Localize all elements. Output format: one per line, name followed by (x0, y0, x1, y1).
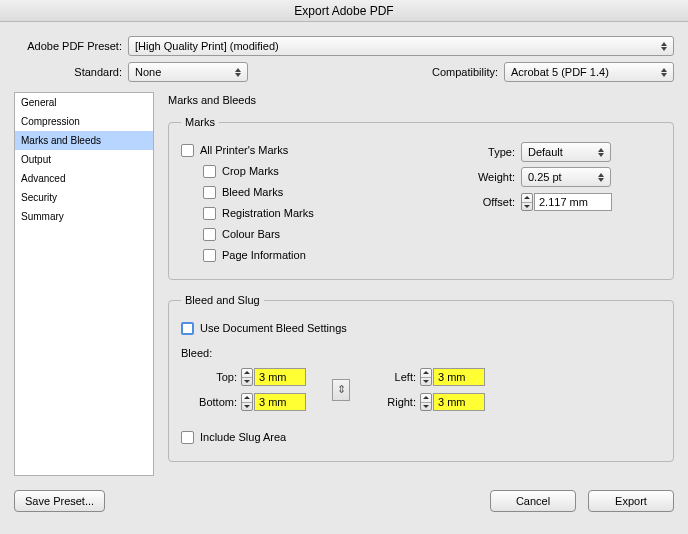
bleed-top-input[interactable]: 3 mm (254, 368, 306, 386)
type-value: Default (528, 146, 563, 158)
sidebar-item-label: Output (21, 154, 51, 165)
stepper-up-icon (423, 371, 429, 374)
crop-marks-checkbox[interactable] (203, 165, 216, 178)
bleed-top-stepper[interactable] (241, 368, 253, 386)
bleed-left-value: 3 mm (438, 371, 466, 383)
sidebar-item-label: Marks and Bleeds (21, 135, 101, 146)
bleed-bottom-label: Bottom: (181, 396, 237, 408)
main-panel: Marks and Bleeds Marks All Printer's Mar… (168, 92, 674, 476)
use-document-bleed-checkbox[interactable] (181, 322, 194, 335)
bleed-bottom-stepper[interactable] (241, 393, 253, 411)
sidebar-item-summary[interactable]: Summary (15, 207, 153, 226)
stepper-up-icon (423, 396, 429, 399)
dropdown-arrows-icon (233, 63, 243, 81)
window-title: Export Adobe PDF (294, 4, 393, 18)
crop-marks-label: Crop Marks (222, 165, 279, 177)
weight-select[interactable]: 0.25 pt (521, 167, 611, 187)
cancel-button[interactable]: Cancel (490, 490, 576, 512)
category-sidebar: General Compression Marks and Bleeds Out… (14, 92, 154, 476)
sidebar-item-advanced[interactable]: Advanced (15, 169, 153, 188)
stepper-up-icon (244, 371, 250, 374)
bleed-top-value: 3 mm (259, 371, 287, 383)
bleed-left-label: Left: (376, 371, 416, 383)
marks-group: Marks All Printer's Marks Crop Marks (168, 116, 674, 280)
include-slug-label: Include Slug Area (200, 431, 286, 443)
all-printers-marks-checkbox[interactable] (181, 144, 194, 157)
stepper-down-icon (423, 405, 429, 408)
colour-bars-label: Colour Bars (222, 228, 280, 240)
use-document-bleed-label: Use Document Bleed Settings (200, 322, 347, 334)
sidebar-item-output[interactable]: Output (15, 150, 153, 169)
bleed-bottom-value: 3 mm (259, 396, 287, 408)
bleed-marks-label: Bleed Marks (222, 186, 283, 198)
sidebar-item-label: Compression (21, 116, 80, 127)
bleed-left-stepper[interactable] (420, 368, 432, 386)
bleed-marks-checkbox[interactable] (203, 186, 216, 199)
sidebar-item-label: Summary (21, 211, 64, 222)
bleed-top-label: Top: (181, 371, 237, 383)
offset-input[interactable]: 2.117 mm (534, 193, 612, 211)
type-select[interactable]: Default (521, 142, 611, 162)
sidebar-item-label: General (21, 97, 57, 108)
save-preset-button[interactable]: Save Preset... (14, 490, 105, 512)
stepper-down-icon (423, 380, 429, 383)
bleed-right-value: 3 mm (438, 396, 466, 408)
dropdown-arrows-icon (596, 168, 606, 186)
stepper-up-icon (524, 196, 530, 199)
standard-select[interactable]: None (128, 62, 248, 82)
sidebar-item-general[interactable]: General (15, 93, 153, 112)
preset-select[interactable]: [High Quality Print] (modified) (128, 36, 674, 56)
include-slug-checkbox[interactable] (181, 431, 194, 444)
bleed-slug-legend: Bleed and Slug (181, 294, 264, 306)
compatibility-select[interactable]: Acrobat 5 (PDF 1.4) (504, 62, 674, 82)
sidebar-item-label: Security (21, 192, 57, 203)
bleed-right-label: Right: (376, 396, 416, 408)
sidebar-item-compression[interactable]: Compression (15, 112, 153, 131)
dropdown-arrows-icon (596, 143, 606, 161)
standard-value: None (135, 66, 161, 78)
preset-value: [High Quality Print] (modified) (135, 40, 279, 52)
stepper-up-icon (244, 396, 250, 399)
save-preset-label: Save Preset... (25, 495, 94, 507)
bleed-right-stepper[interactable] (420, 393, 432, 411)
registration-marks-checkbox[interactable] (203, 207, 216, 220)
registration-marks-label: Registration Marks (222, 207, 314, 219)
sidebar-item-marks-and-bleeds[interactable]: Marks and Bleeds (15, 131, 153, 150)
dropdown-arrows-icon (659, 63, 669, 81)
marks-legend: Marks (181, 116, 219, 128)
stepper-down-icon (244, 405, 250, 408)
page-information-label: Page Information (222, 249, 306, 261)
dropdown-arrows-icon (659, 37, 669, 55)
dialog-content: Adobe PDF Preset: [High Quality Print] (… (0, 22, 688, 522)
weight-label: Weight: (461, 171, 515, 183)
section-title: Marks and Bleeds (168, 94, 674, 106)
all-printers-marks-label: All Printer's Marks (200, 144, 288, 156)
compatibility-value: Acrobat 5 (PDF 1.4) (511, 66, 609, 78)
sidebar-item-security[interactable]: Security (15, 188, 153, 207)
export-button[interactable]: Export (588, 490, 674, 512)
cancel-label: Cancel (516, 495, 550, 507)
stepper-down-icon (244, 380, 250, 383)
bleed-left-input[interactable]: 3 mm (433, 368, 485, 386)
offset-value: 2.117 mm (539, 196, 588, 208)
preset-label: Adobe PDF Preset: (14, 40, 122, 52)
offset-label: Offset: (461, 196, 515, 208)
stepper-down-icon (524, 205, 530, 208)
bleed-label: Bleed: (181, 347, 661, 359)
offset-stepper[interactable] (521, 193, 533, 211)
weight-value: 0.25 pt (528, 171, 562, 183)
sidebar-item-label: Advanced (21, 173, 65, 184)
compatibility-label: Compatibility: (432, 66, 498, 78)
link-icon[interactable]: ⇕ (332, 379, 350, 401)
page-information-checkbox[interactable] (203, 249, 216, 262)
bleed-bottom-input[interactable]: 3 mm (254, 393, 306, 411)
type-label: Type: (461, 146, 515, 158)
standard-label: Standard: (14, 66, 122, 78)
window-titlebar: Export Adobe PDF (0, 0, 688, 22)
bleed-slug-group: Bleed and Slug Use Document Bleed Settin… (168, 294, 674, 462)
bleed-right-input[interactable]: 3 mm (433, 393, 485, 411)
export-label: Export (615, 495, 647, 507)
colour-bars-checkbox[interactable] (203, 228, 216, 241)
